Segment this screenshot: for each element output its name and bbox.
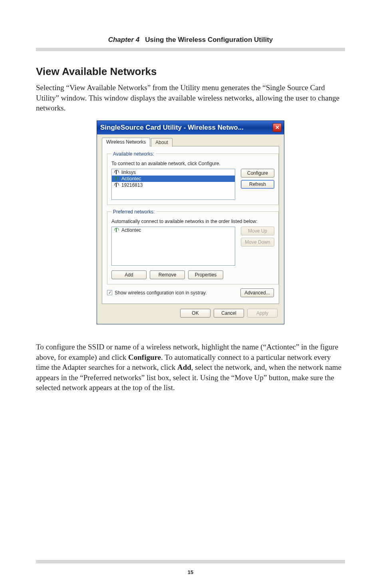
preferred-networks-group: Preferred networks: Automatically connec… — [107, 209, 279, 284]
section-heading: View Available Networks — [36, 65, 345, 78]
intro-paragraph: Selecting “View Available Networks” from… — [36, 83, 345, 113]
dialog-title-text: SingleSource Card Utility - Wireless Net… — [100, 124, 244, 132]
header-title: Using the Wireless Configuration Utility — [145, 36, 273, 43]
advanced-button[interactable]: Advanced... — [240, 288, 274, 297]
screenshot-container: SingleSource Card Utility - Wireless Net… — [36, 120, 345, 324]
footer-rule — [36, 560, 345, 563]
properties-button[interactable]: Properties — [188, 270, 223, 279]
tab-strip: Wireless Networks About — [102, 138, 279, 146]
after-paragraph: To configure the SSID or name of a wirel… — [36, 342, 345, 393]
move-down-button: Move Down — [241, 238, 274, 247]
page-number: 15 — [0, 569, 381, 575]
preferred-hint: Automatically connect to available netwo… — [111, 219, 274, 224]
antenna-icon — [113, 170, 119, 175]
cancel-button[interactable]: Cancel — [214, 309, 244, 318]
available-networks-group: Available networks: To connect to an ava… — [107, 151, 279, 205]
network-name: linksys — [121, 170, 136, 175]
network-name: 19216813 — [121, 182, 143, 188]
chapter-label: Chapter 4 — [108, 36, 139, 43]
available-legend: Available networks: — [111, 151, 156, 157]
add-button[interactable]: Add — [111, 270, 147, 279]
remove-button[interactable]: Remove — [150, 270, 185, 279]
antenna-icon — [113, 182, 119, 188]
dialog-titlebar: SingleSource Card Utility - Wireless Net… — [97, 121, 284, 134]
running-header: Chapter 4 Using the Wireless Configurati… — [36, 36, 345, 48]
move-up-button: Move Up — [241, 227, 274, 235]
close-icon[interactable]: ✕ — [273, 123, 282, 132]
tab-panel: Available networks: To connect to an ava… — [102, 146, 279, 304]
antenna-icon — [113, 227, 119, 233]
available-hint: To connect to an available network, clic… — [111, 161, 274, 166]
list-item[interactable]: linksys — [112, 169, 235, 176]
ok-button[interactable]: OK — [180, 309, 210, 318]
network-name: Actiontec — [121, 227, 141, 233]
tab-about[interactable]: About — [151, 138, 172, 147]
dialog-window: SingleSource Card Utility - Wireless Net… — [97, 120, 284, 324]
list-item[interactable]: Actiontec — [112, 227, 235, 233]
available-networks-list[interactable]: linksys Actiontec 19216813 — [111, 169, 235, 200]
list-item[interactable]: Actiontec — [112, 176, 235, 182]
preferred-networks-list[interactable]: Actiontec — [111, 227, 235, 266]
configure-button[interactable]: Configure — [241, 169, 274, 178]
list-item[interactable]: 19216813 — [112, 182, 235, 188]
preferred-legend: Preferred networks: — [111, 209, 157, 215]
header-rule — [36, 48, 345, 51]
refresh-button[interactable]: Refresh — [241, 180, 274, 189]
systray-label: Show wireless configuration icon in syst… — [115, 290, 207, 296]
apply-button: Apply — [247, 309, 278, 318]
network-name: Actiontec — [121, 176, 141, 182]
systray-checkbox[interactable]: ✓ Show wireless configuration icon in sy… — [107, 290, 207, 296]
checkbox-icon: ✓ — [107, 290, 112, 295]
antenna-icon — [113, 176, 119, 182]
tab-wireless-networks[interactable]: Wireless Networks — [102, 138, 150, 146]
